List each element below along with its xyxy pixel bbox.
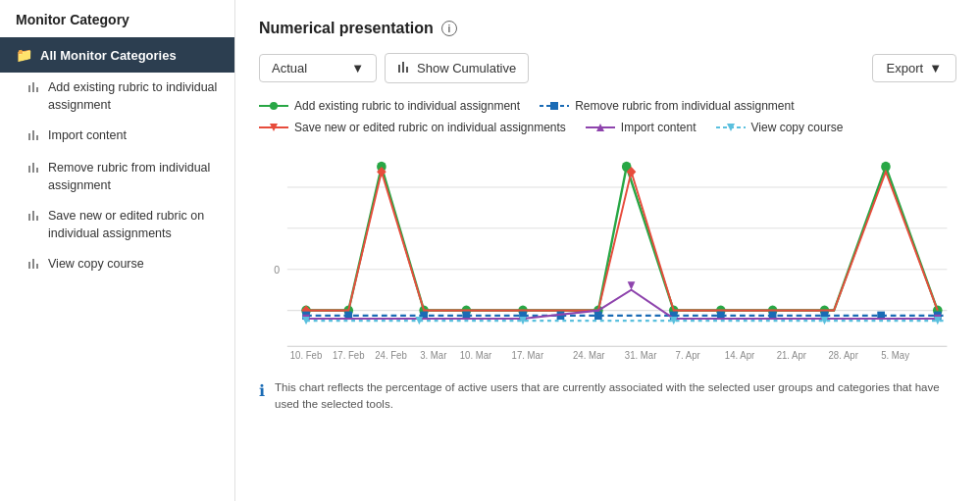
svg-text:17. Feb: 17. Feb (333, 349, 365, 360)
svg-rect-13 (32, 259, 34, 269)
svg-rect-6 (28, 166, 30, 173)
show-cumulative-button[interactable]: Show Cumulative (385, 53, 529, 83)
footer-info-icon: ℹ (259, 379, 265, 403)
chart-svg: 0 (259, 146, 956, 362)
svg-rect-9 (28, 214, 30, 221)
dropdown-value: Actual (272, 61, 307, 75)
svg-rect-4 (32, 130, 34, 140)
svg-rect-10 (32, 211, 34, 221)
svg-text:31. Mar: 31. Mar (625, 349, 657, 360)
svg-rect-1 (32, 82, 34, 92)
actual-dropdown[interactable]: Actual ▼ (259, 54, 377, 82)
legend-line-red (259, 122, 288, 133)
svg-rect-8 (36, 168, 38, 173)
legend-label-green: Add existing rubric to individual assign… (294, 99, 520, 113)
svg-rect-58 (594, 312, 602, 320)
folder-icon: 📁 (16, 47, 32, 63)
sidebar-item-remove-rubric-label: Remove rubric from individual assignment (48, 160, 219, 194)
svg-rect-7 (32, 163, 34, 173)
bar-chart-icon-cumulative (397, 60, 411, 76)
legend-label-red: Save new or edited rubric on individual … (294, 121, 566, 134)
legend-line-teal (716, 122, 746, 133)
sidebar-item-add-rubric[interactable]: Add existing rubric to individual assign… (0, 73, 234, 121)
sidebar-item-all-categories[interactable]: 📁 All Monitor Categories (0, 37, 234, 73)
main-title-area: Numerical presentation i (259, 20, 956, 37)
svg-rect-17 (406, 67, 408, 73)
legend-line-green (259, 100, 288, 112)
svg-rect-12 (28, 262, 30, 269)
sidebar-item-save-edited[interactable]: Save new or edited rubric on individual … (0, 201, 234, 249)
sidebar-title: Monitor Category (0, 12, 234, 37)
bar-chart-icon-5 (27, 257, 40, 275)
export-label: Export (887, 61, 924, 75)
footer-text: This chart reflects the percentage of ac… (275, 379, 956, 414)
controls-bar: Actual ▼ Show Cumulative Export ▼ (259, 53, 956, 83)
svg-rect-16 (402, 62, 404, 73)
svg-rect-15 (398, 65, 400, 73)
show-cumulative-label: Show Cumulative (417, 61, 516, 75)
svg-text:7. Apr: 7. Apr (676, 349, 701, 360)
legend-line-purple (586, 122, 615, 133)
bar-chart-icon-3 (27, 161, 40, 178)
sidebar-item-view-copy[interactable]: View copy course (0, 249, 234, 281)
svg-rect-11 (36, 216, 38, 221)
sidebar-item-remove-rubric[interactable]: Remove rubric from individual assignment (0, 153, 234, 201)
legend-label-blue: Remove rubric from individual assignment (575, 99, 794, 113)
svg-point-19 (270, 102, 278, 110)
legend-line-blue (540, 100, 569, 112)
legend-item-purple: Import content (586, 121, 696, 134)
chevron-down-icon: ▼ (351, 61, 364, 75)
svg-text:17. Mar: 17. Mar (512, 349, 544, 360)
svg-rect-2 (36, 87, 38, 92)
sidebar-item-save-label: Save new or edited rubric on individual … (48, 208, 219, 242)
sidebar-active-label: All Monitor Categories (40, 48, 177, 63)
svg-rect-5 (36, 135, 38, 140)
export-button[interactable]: Export ▼ (872, 54, 956, 82)
main-title-text: Numerical presentation (259, 20, 434, 37)
svg-text:10. Mar: 10. Mar (460, 349, 492, 360)
legend-item-green: Add existing rubric to individual assign… (259, 99, 520, 113)
svg-text:24. Feb: 24. Feb (375, 349, 407, 360)
svg-text:10. Feb: 10. Feb (290, 349, 323, 360)
sidebar-item-add-rubric-label: Add existing rubric to individual assign… (48, 79, 219, 114)
legend-label-teal: View copy course (751, 121, 844, 134)
svg-rect-0 (28, 85, 30, 92)
svg-text:24. Mar: 24. Mar (573, 349, 605, 360)
svg-text:5. May: 5. May (881, 349, 909, 360)
legend-label-purple: Import content (621, 121, 696, 134)
svg-text:21. Apr: 21. Apr (777, 349, 807, 360)
sidebar: Monitor Category 📁 All Monitor Categorie… (0, 0, 235, 501)
sidebar-item-view-copy-label: View copy course (48, 256, 144, 274)
chart-area: 0 (259, 146, 956, 362)
bar-chart-icon-4 (27, 209, 40, 226)
svg-text:3. Mar: 3. Mar (420, 349, 447, 360)
svg-rect-3 (28, 133, 30, 140)
bar-chart-icon-2 (27, 128, 40, 146)
svg-rect-14 (36, 264, 38, 269)
sidebar-item-import-content[interactable]: Import content (0, 121, 234, 153)
svg-text:28. Apr: 28. Apr (828, 349, 858, 360)
main-content: Numerical presentation i Actual ▼ Show C… (235, 0, 980, 501)
chart-footer: ℹ This chart reflects the percentage of … (259, 370, 956, 414)
svg-rect-21 (550, 102, 558, 110)
export-chevron-icon: ▼ (929, 61, 942, 75)
svg-text:14. Apr: 14. Apr (725, 349, 755, 360)
controls-left: Actual ▼ Show Cumulative (259, 53, 529, 83)
info-icon[interactable]: i (441, 21, 457, 36)
legend-item-red: Save new or edited rubric on individual … (259, 121, 566, 134)
legend-item-blue-dashed: Remove rubric from individual assignment (540, 99, 794, 113)
chart-legend: Add existing rubric to individual assign… (259, 99, 956, 134)
sidebar-item-import-label: Import content (48, 127, 127, 145)
legend-item-teal: View copy course (716, 121, 844, 134)
svg-text:0: 0 (274, 263, 280, 276)
bar-chart-icon-1 (27, 80, 40, 98)
svg-marker-66 (628, 281, 636, 289)
